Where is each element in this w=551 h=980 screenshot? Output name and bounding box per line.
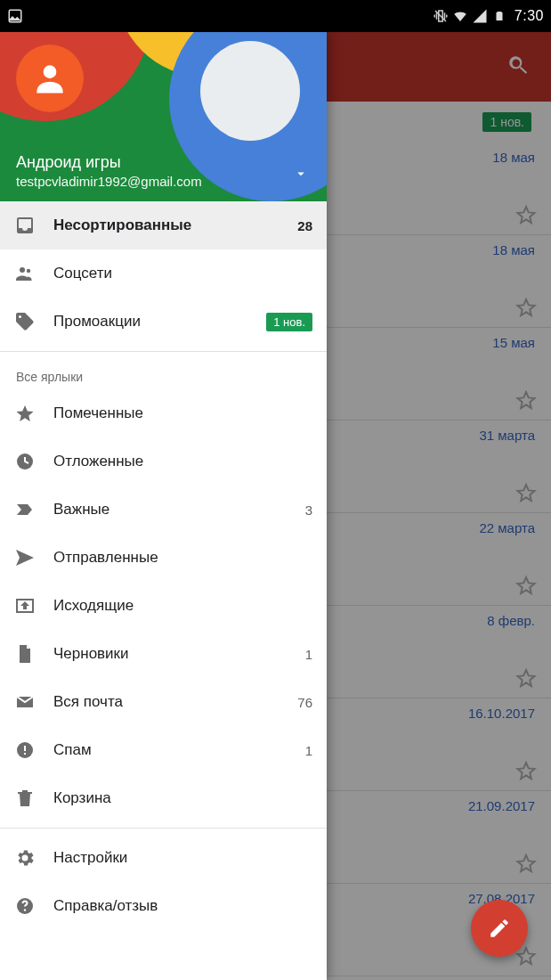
nav-label: Корзина: [53, 789, 312, 807]
nav-label: Промоакции: [53, 313, 266, 331]
signal-icon: [472, 8, 488, 24]
inbox-icon: [14, 215, 53, 236]
allmail-icon: [14, 691, 53, 713]
nav-label: Важные: [53, 501, 288, 519]
nav-count: 1: [288, 743, 312, 758]
compose-fab[interactable]: [471, 900, 528, 957]
clock-icon: [14, 451, 53, 472]
svg-point-1: [44, 65, 57, 78]
drawer-list: Несортированные28СоцсетиПромоакции1 нов.…: [0, 201, 327, 980]
people-icon: [14, 263, 53, 284]
outbox-icon: [14, 595, 53, 617]
nav-item-trash[interactable]: Корзина: [0, 774, 327, 822]
chevron-down-icon[interactable]: [293, 166, 309, 185]
svg-rect-7: [24, 753, 26, 755]
nav-label: Соцсети: [53, 265, 312, 282]
labels-header: Все ярлыки: [0, 357, 327, 389]
nav-label: Помеченные: [53, 404, 312, 422]
status-time: 7:30: [511, 8, 544, 24]
nav-label: Настройки: [53, 849, 312, 867]
svg-point-9: [24, 909, 26, 911]
svg-rect-6: [24, 746, 26, 751]
svg-point-2: [20, 267, 25, 273]
battery-icon: [491, 8, 507, 24]
status-bar: 7:30: [0, 0, 551, 32]
account-email: testpcvladimir1992@gmail.com: [16, 174, 312, 189]
nav-count: 76: [288, 695, 312, 710]
nav-item-draft[interactable]: Черновики1: [0, 630, 327, 678]
nav-label: Спам: [53, 741, 288, 759]
image-icon: [7, 8, 23, 24]
nav-item-important[interactable]: Важные3: [0, 486, 327, 534]
nav-label: Отложенные: [53, 453, 312, 470]
nav-item-spam[interactable]: Спам1: [0, 726, 327, 774]
drawer-header[interactable]: Андроид игры testpcvladimir1992@gmail.co…: [0, 32, 327, 201]
nav-item-people[interactable]: Соцсети: [0, 249, 327, 298]
nav-label: Несортированные: [53, 216, 288, 234]
nav-count: 3: [288, 502, 312, 518]
tag-icon: [14, 311, 53, 332]
nav-label: Справка/отзыв: [53, 897, 312, 915]
nav-item-gear[interactable]: Настройки: [0, 834, 327, 882]
navigation-drawer: Андроид игры testpcvladimir1992@gmail.co…: [0, 32, 327, 980]
draft-icon: [14, 643, 53, 665]
nav-count: 28: [288, 218, 312, 233]
send-icon: [14, 547, 53, 568]
avatar[interactable]: [16, 45, 84, 112]
nav-item-send[interactable]: Отправленные: [0, 534, 327, 582]
important-icon: [14, 499, 53, 520]
account-name: Андроид игры: [16, 153, 312, 172]
gear-icon: [14, 847, 53, 869]
nav-item-allmail[interactable]: Вся почта76: [0, 678, 327, 726]
nav-label: Отправленные: [53, 549, 312, 567]
spam-icon: [14, 739, 53, 761]
nav-item-help[interactable]: Справка/отзыв: [0, 882, 327, 930]
nav-item-outbox[interactable]: Исходящие: [0, 582, 327, 630]
nav-badge: 1 нов.: [266, 313, 312, 331]
pencil-icon: [488, 917, 511, 940]
nav-item-tag[interactable]: Промоакции1 нов.: [0, 298, 327, 346]
trash-icon: [14, 788, 53, 809]
nav-label: Вся почта: [53, 693, 288, 711]
nav-label: Исходящие: [53, 597, 312, 615]
nav-item-star[interactable]: Помеченные: [0, 389, 327, 437]
svg-point-3: [27, 269, 30, 273]
nav-item-clock[interactable]: Отложенные: [0, 437, 327, 486]
help-icon: [14, 895, 53, 917]
vibrate-icon: [433, 8, 449, 24]
wifi-icon: [452, 8, 468, 24]
nav-label: Черновики: [53, 645, 288, 663]
nav-item-inbox[interactable]: Несортированные28: [0, 201, 327, 249]
nav-count: 1: [288, 647, 312, 662]
star-icon: [14, 403, 53, 424]
